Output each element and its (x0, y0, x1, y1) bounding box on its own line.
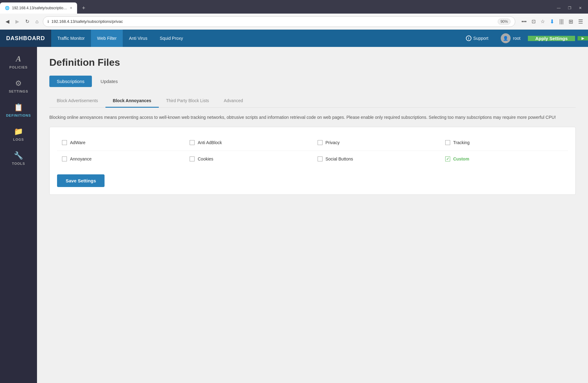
sidebar-label-tools: TOOLS (12, 162, 25, 165)
checkbox-cookies[interactable] (190, 156, 195, 161)
zoom-badge[interactable]: 90% (498, 19, 511, 25)
browser-tab[interactable]: 🌐 192.168.4.13/safety/subscriptions/p × (0, 2, 77, 14)
checkbox-adware[interactable] (62, 140, 67, 145)
sidebar-label-definitions: DEFINITIONS (6, 114, 31, 117)
window-minimize-btn[interactable]: — (553, 5, 564, 11)
tab-favicon: 🌐 (5, 6, 10, 10)
support-label: Support (473, 36, 488, 41)
menu-icon[interactable]: ☰ (577, 17, 584, 26)
window-maximize-btn[interactable]: ❐ (564, 5, 575, 11)
checkbox-anti-adblock[interactable] (190, 140, 195, 145)
browser-tab-bar: 🌐 192.168.4.13/safety/subscriptions/p × … (0, 0, 588, 14)
label-privacy: Privacy (326, 140, 340, 145)
page-title: Definition Files (49, 57, 576, 68)
label-custom: Custom (453, 156, 469, 161)
forward-button[interactable]: ▶ (14, 17, 21, 26)
sub-tab-advanced[interactable]: Advanced (216, 94, 250, 108)
checkbox-cell-custom: Custom (440, 151, 568, 167)
sidebar-label-policies: POLICIES (9, 65, 27, 69)
sub-tab-block-annoyances[interactable]: Block Annoyances (105, 94, 159, 108)
username: root (513, 36, 520, 41)
checkbox-privacy[interactable] (318, 140, 323, 145)
checkbox-custom[interactable] (445, 156, 450, 161)
sidebar: A POLICIES ⚙ SETTINGS 📋 DEFINITIONS 📁 LO… (0, 47, 37, 383)
checkbox-annoyance[interactable] (62, 156, 67, 161)
label-social-buttons: Social Buttons (326, 156, 353, 161)
apply-settings-label: Apply Settings (535, 36, 568, 41)
dashboard-logo[interactable]: DASHBOARD (0, 30, 51, 47)
more-button[interactable]: ••• (520, 18, 528, 26)
address-url[interactable]: 192.168.4.13/safety/subscriptions/privac (51, 19, 495, 24)
subscriptions-card: AdWare Anti AdBlock Privacy Tracking (49, 127, 576, 195)
gear-icon: ⚙ (15, 79, 22, 88)
tab-subscriptions[interactable]: Subscriptions (49, 76, 92, 87)
label-anti-adblock: Anti AdBlock (198, 140, 222, 145)
sidebar-toggle-icon[interactable]: ⊞ (567, 17, 574, 26)
sidebar-item-logs[interactable]: 📁 LOGS (0, 122, 37, 146)
apply-settings-button[interactable]: Apply Settings (528, 36, 575, 41)
description-text: Blocking online annoyances means prevent… (49, 114, 576, 121)
main-layout: A POLICIES ⚙ SETTINGS 📋 DEFINITIONS 📁 LO… (0, 47, 588, 383)
bookmark-icon[interactable]: ☆ (539, 17, 546, 26)
folder-icon: 📁 (14, 127, 23, 136)
checkbox-cell-tracking: Tracking (440, 135, 568, 151)
tab-title: 192.168.4.13/safety/subscriptions/p (12, 6, 68, 10)
checkbox-cell-adware: AdWare (57, 135, 185, 151)
window-controls: — ❐ ✕ (553, 5, 588, 11)
address-bar: ℹ 192.168.4.13/safety/subscriptions/priv… (43, 16, 515, 27)
sub-tab-third-party-block-lists[interactable]: Third Party Block Lists (159, 94, 216, 108)
definitions-icon: 📋 (14, 103, 23, 112)
header-nav: Traffic Monitor Web Filter Anti Virus Sq… (51, 30, 189, 47)
nav-squid-proxy[interactable]: Squid Proxy (154, 30, 189, 47)
checkbox-social-buttons[interactable] (318, 156, 323, 161)
apply-settings-arrow[interactable]: ▶ (578, 36, 588, 40)
label-adware: AdWare (70, 140, 85, 145)
sub-tab-block-advertisements[interactable]: Block Advertisements (49, 94, 105, 108)
label-annoyance: Annoyance (70, 156, 92, 161)
label-tracking: Tracking (453, 140, 470, 145)
dropdown-arrow-icon: ▶ (582, 36, 584, 40)
home-button[interactable]: ⌂ (34, 18, 40, 26)
sidebar-item-settings[interactable]: ⚙ SETTINGS (0, 74, 37, 98)
checkbox-cell-social-buttons: Social Buttons (313, 151, 440, 167)
info-icon: i (466, 35, 471, 41)
browser-chrome: 🌐 192.168.4.13/safety/subscriptions/p × … (0, 0, 588, 30)
checkbox-grid: AdWare Anti AdBlock Privacy Tracking (57, 135, 568, 167)
checkbox-cell-privacy: Privacy (313, 135, 440, 151)
nav-traffic-monitor[interactable]: Traffic Monitor (51, 30, 91, 47)
refresh-button[interactable]: ↻ (23, 17, 31, 26)
tab-updates[interactable]: Updates (93, 76, 125, 87)
sidebar-item-definitions[interactable]: 📋 DEFINITIONS (0, 98, 37, 122)
avatar: 👤 (501, 33, 511, 43)
back-button[interactable]: ◀ (4, 17, 11, 26)
browser-actions: ••• ⊡ ☆ (520, 17, 546, 26)
policies-icon: A (16, 54, 21, 64)
support-button[interactable]: i Support (461, 35, 493, 41)
sub-tabs: Block Advertisements Block Annoyances Th… (49, 94, 576, 108)
pocket-icon[interactable]: ⊡ (530, 17, 537, 26)
sidebar-label-logs: LOGS (13, 138, 24, 141)
wrench-icon: 🔧 (14, 151, 23, 160)
app-header: DASHBOARD Traffic Monitor Web Filter Ant… (0, 30, 588, 47)
address-info-icon: ℹ (47, 19, 49, 24)
sidebar-label-settings: SETTINGS (9, 90, 28, 93)
checkbox-cell-annoyance: Annoyance (57, 151, 185, 167)
save-settings-button[interactable]: Save Settings (57, 174, 105, 187)
sidebar-item-policies[interactable]: A POLICIES (0, 49, 37, 74)
main-content: Definition Files Subscriptions Updates B… (37, 47, 588, 383)
checkbox-tracking[interactable] (445, 140, 450, 145)
header-right: i Support 👤 root Apply Settings ▶ (461, 33, 588, 43)
download-icon[interactable]: ⬇ (549, 17, 556, 26)
checkbox-cell-cookies: Cookies (185, 151, 312, 167)
nav-anti-virus[interactable]: Anti Virus (123, 30, 154, 47)
window-close-btn[interactable]: ✕ (575, 5, 586, 11)
new-tab-button[interactable]: + (80, 4, 88, 13)
sidebar-item-tools[interactable]: 🔧 TOOLS (0, 146, 37, 170)
user-section[interactable]: 👤 root (496, 33, 525, 43)
nav-web-filter[interactable]: Web Filter (91, 30, 123, 47)
checkbox-cell-anti-adblock: Anti AdBlock (185, 135, 312, 151)
tab-close-btn[interactable]: × (70, 6, 72, 10)
browser-toolbar: ◀ ▶ ↻ ⌂ ℹ 192.168.4.13/safety/subscripti… (0, 14, 588, 30)
library-icon[interactable]: ||| (558, 17, 565, 26)
label-cookies: Cookies (198, 156, 213, 161)
